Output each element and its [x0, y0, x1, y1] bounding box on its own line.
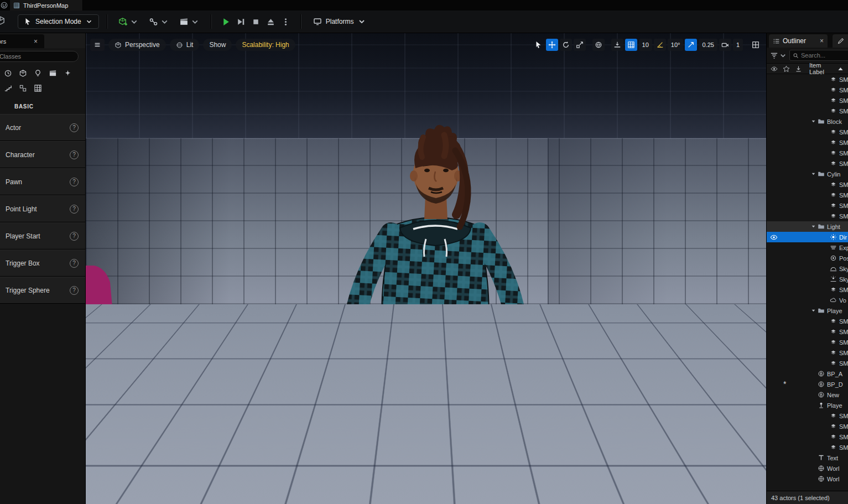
outliner-row[interactable]: Playe: [767, 400, 848, 411]
outliner-row[interactable]: SM: [767, 127, 848, 137]
outliner-row[interactable]: SM: [767, 347, 848, 358]
outliner-row[interactable]: Light: [767, 221, 848, 232]
category-visual-effects-button[interactable]: [61, 67, 74, 80]
character-model[interactable]: [308, 110, 563, 503]
outliner-row[interactable]: BP_A: [767, 368, 848, 379]
viewport-menu-button[interactable]: [90, 39, 105, 51]
category-geometry-button[interactable]: [2, 82, 14, 95]
category-basic-button[interactable]: [17, 67, 29, 80]
pinned-star-indicator[interactable]: *: [783, 379, 786, 389]
platforms-dropdown[interactable]: Platforms: [309, 14, 371, 29]
perspective-dropdown[interactable]: Perspective: [108, 39, 166, 51]
rotate-tool-button[interactable]: [560, 39, 572, 51]
outliner-row[interactable]: SM: [767, 326, 848, 337]
place-actors-search[interactable]: [0, 51, 79, 62]
level-tab[interactable]: ThirdPersonMap: [10, 0, 83, 11]
expander-icon[interactable]: [811, 119, 816, 124]
play-options-button[interactable]: [281, 17, 290, 27]
move-tool-button[interactable]: [546, 39, 558, 51]
category-recently-placed-button[interactable]: [2, 67, 14, 80]
place-actor-item[interactable]: Player Start?: [0, 222, 85, 250]
stop-button[interactable]: [251, 17, 261, 27]
place-actor-item[interactable]: Point Light?: [0, 195, 85, 222]
selection-mode-dropdown[interactable]: Selection Mode: [18, 14, 99, 29]
outliner-row[interactable]: Text: [767, 453, 848, 463]
outliner-tab[interactable]: Outliner ×: [769, 34, 828, 48]
visibility-eye-icon[interactable]: [770, 233, 778, 241]
viewport-layout-button[interactable]: [750, 39, 762, 51]
outliner-row[interactable]: SM_R: [767, 442, 848, 453]
expander-icon[interactable]: [811, 308, 816, 313]
place-actor-item[interactable]: Pawn?: [0, 168, 85, 195]
surface-snap-button[interactable]: [611, 39, 623, 51]
outliner-search-input[interactable]: [801, 52, 848, 59]
place-actor-item[interactable]: Trigger Box?: [0, 250, 85, 277]
outliner-row[interactable]: SM: [767, 316, 848, 326]
outliner-row[interactable]: SM: [767, 85, 848, 95]
place-actors-tab[interactable]: Place Actors ×: [0, 34, 44, 48]
help-icon[interactable]: ?: [70, 286, 79, 295]
outliner-row[interactable]: SM: [767, 179, 848, 190]
close-icon[interactable]: ×: [820, 37, 824, 45]
category-volumes-button[interactable]: [17, 82, 29, 95]
world-space-toggle[interactable]: [592, 39, 605, 51]
rotation-snap-toggle[interactable]: [654, 39, 666, 51]
outliner-filter-button[interactable]: [770, 51, 787, 60]
category-lights-button[interactable]: [32, 67, 44, 80]
category-all-classes-button[interactable]: [32, 82, 44, 95]
outliner-row[interactable]: SM: [767, 190, 848, 200]
help-icon[interactable]: ?: [70, 178, 79, 186]
details-tab-partial[interactable]: [833, 34, 848, 48]
eject-button[interactable]: [266, 17, 275, 27]
outliner-row[interactable]: SM: [767, 358, 848, 368]
star-column-icon[interactable]: [783, 65, 790, 72]
outliner-row[interactable]: SM: [767, 95, 848, 106]
clipped-toolbar-icon[interactable]: [0, 15, 7, 28]
outliner-row[interactable]: Worl: [767, 463, 848, 474]
outliner-row[interactable]: Vo: [767, 295, 848, 305]
place-actor-item[interactable]: Actor?: [0, 114, 85, 141]
outliner-row[interactable]: SM: [767, 200, 848, 211]
help-icon[interactable]: ?: [70, 150, 79, 159]
play-button[interactable]: [221, 17, 231, 27]
item-label-column-header[interactable]: Item Label: [809, 62, 832, 75]
grid-snap-value[interactable]: 10: [639, 39, 652, 51]
outliner-row[interactable]: SM: [767, 106, 848, 116]
outliner-row[interactable]: SM: [767, 158, 848, 169]
outliner-row[interactable]: Sky: [767, 263, 848, 274]
cinematics-button[interactable]: [176, 14, 203, 29]
scalability-badge[interactable]: Scalability: High: [236, 39, 295, 51]
show-dropdown[interactable]: Show: [203, 39, 232, 51]
outliner-row[interactable]: SM_C: [767, 432, 848, 442]
camera-speed-value[interactable]: 1: [733, 39, 743, 51]
viewport[interactable]: z y x Perspective Lit Show Scalability: …: [86, 33, 766, 504]
outliner-row[interactable]: SM: [767, 211, 848, 221]
outliner-row[interactable]: New: [767, 389, 848, 400]
outliner-row[interactable]: *BP_D: [767, 379, 848, 389]
help-icon[interactable]: ?: [70, 123, 79, 132]
lit-dropdown[interactable]: Lit: [170, 39, 200, 51]
scale-tool-button[interactable]: [574, 39, 586, 51]
outliner-row[interactable]: Worl: [767, 474, 848, 484]
pin-column-icon[interactable]: [795, 65, 802, 72]
outliner-search[interactable]: [789, 50, 848, 61]
camera-speed-button[interactable]: [719, 39, 731, 51]
outliner-row[interactable]: SM: [767, 337, 848, 347]
help-icon[interactable]: ?: [70, 259, 79, 268]
outliner-row[interactable]: Block: [767, 116, 848, 127]
scale-snap-value[interactable]: 0.25: [699, 39, 717, 51]
outliner-row[interactable]: Playe: [767, 305, 848, 316]
outliner-row[interactable]: Exp: [767, 242, 848, 253]
outliner-row[interactable]: SM: [767, 137, 848, 148]
outliner-row[interactable]: Cylin: [767, 169, 848, 179]
place-actor-item[interactable]: Character?: [0, 141, 85, 168]
help-icon[interactable]: ?: [70, 205, 79, 214]
expander-icon[interactable]: [811, 172, 816, 176]
eye-column-icon[interactable]: [771, 65, 778, 72]
outliner-row[interactable]: SM_C: [767, 421, 848, 432]
sort-ascending-icon[interactable]: [837, 65, 844, 72]
category-cinematic-button[interactable]: [46, 67, 59, 80]
add-actor-button[interactable]: [115, 14, 142, 29]
help-icon[interactable]: ?: [70, 232, 79, 241]
scale-snap-toggle[interactable]: [685, 39, 697, 51]
